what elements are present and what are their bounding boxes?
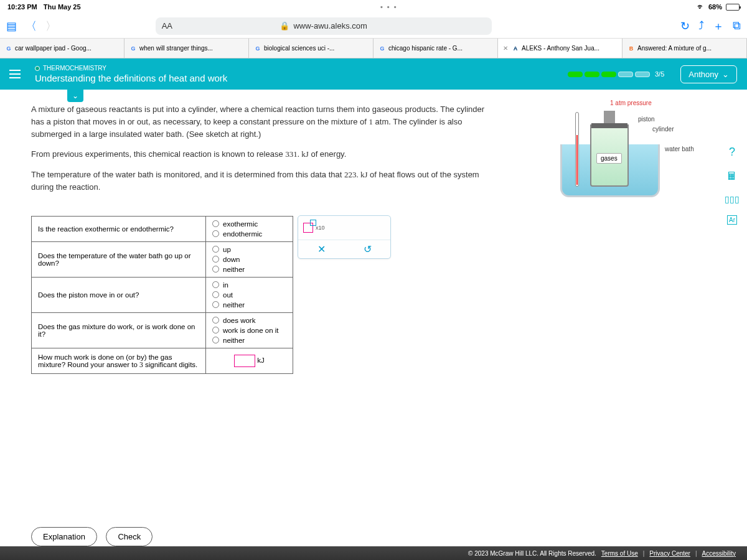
undo-button[interactable]: ↺ <box>364 243 372 255</box>
accessibility-link[interactable]: Accessibility <box>702 550 736 557</box>
expand-tab[interactable]: ⌄ <box>67 90 83 102</box>
user-menu[interactable]: Anthony⌄ <box>680 65 737 83</box>
option-label: neither <box>223 266 245 273</box>
battery-icon <box>726 4 740 11</box>
privacy-link[interactable]: Privacy Center <box>649 550 690 557</box>
wifi-icon: ᯤ <box>697 2 705 11</box>
tab-label: Answered: A mixture of g... <box>637 45 712 52</box>
explanation-button[interactable]: Explanation <box>31 527 97 546</box>
sidebar-icon[interactable]: ▤ <box>6 19 17 33</box>
browser-tab[interactable]: ✕AALEKS - Anthony San Jua... <box>498 39 622 58</box>
topic-title: Understanding the definitions of heat an… <box>35 73 560 83</box>
periodic-table-icon[interactable]: Ar <box>727 215 737 225</box>
x10-label: x10 <box>316 225 325 231</box>
progress-text: 3/5 <box>655 70 664 78</box>
copyright-text: © 2023 McGraw Hill LLC. All Rights Reser… <box>468 550 596 557</box>
radio-option[interactable]: neither <box>212 335 286 345</box>
radio-option[interactable]: neither <box>212 300 286 310</box>
answer-cell: exothermicendothermic <box>206 216 293 241</box>
browser-tab[interactable]: Gbiological sciences uci -... <box>249 39 374 58</box>
answer-cell: inoutneither <box>206 277 293 312</box>
question-cell: How much work is done on (or by) the gas… <box>32 348 206 373</box>
battery-percent: 68% <box>708 3 722 11</box>
new-tab-button[interactable]: ＋ <box>713 19 724 34</box>
tab-favicon: G <box>254 45 261 52</box>
forward-button: 〉 <box>45 19 57 34</box>
tab-label: when will stranger things... <box>139 45 213 52</box>
calculator-icon[interactable]: 🖩 <box>726 170 738 183</box>
problem-area: A mixture of gaseous reactants is put in… <box>0 90 747 529</box>
share-button[interactable]: ⤴ <box>698 19 704 32</box>
radio-icon <box>212 337 219 343</box>
gases-label: gases <box>596 153 622 164</box>
status-time: 10:23 PM <box>7 3 37 11</box>
waterbath-label: water bath <box>665 146 694 152</box>
close-tab-icon[interactable]: ✕ <box>503 45 508 52</box>
radio-option[interactable]: up <box>212 245 286 254</box>
radio-option[interactable]: down <box>212 254 286 264</box>
check-button[interactable]: Check <box>106 527 153 546</box>
answer-cell: does workwork is done on itneither <box>206 312 293 348</box>
option-label: endothermic <box>223 230 262 238</box>
browser-tab[interactable]: Gcar wallpaper ipad - Goog... <box>0 39 125 58</box>
radio-option[interactable]: work is done on it <box>212 325 286 335</box>
chart-icon[interactable]: ▯▯▯ <box>725 194 740 204</box>
cylinder-label: cylinder <box>652 126 674 133</box>
tabs-button[interactable]: ⧉ <box>733 19 741 32</box>
radio-icon <box>212 266 219 273</box>
work-input[interactable] <box>234 355 255 367</box>
browser-tab[interactable]: BAnswered: A mixture of g... <box>622 39 747 58</box>
help-icon[interactable]: ? <box>729 146 735 159</box>
question-cell: Does the gas mixture do work, or is work… <box>32 312 206 348</box>
question-cell: Does the temperature of the water bath g… <box>32 241 206 277</box>
radio-icon <box>212 220 219 227</box>
radio-icon <box>212 291 219 298</box>
url-bar[interactable]: AA 🔒 www-awu.aleks.com <box>156 17 492 35</box>
radio-option[interactable]: in <box>212 280 286 290</box>
tab-favicon: A <box>512 45 519 52</box>
back-button[interactable]: 〈 <box>26 19 37 34</box>
browser-tab[interactable]: Gchicago hispanic rate - G... <box>374 39 498 58</box>
clear-button[interactable]: ✕ <box>317 243 326 255</box>
text-size-button[interactable]: AA <box>162 21 172 30</box>
radio-icon <box>212 256 219 263</box>
option-label: work is done on it <box>223 327 279 334</box>
radio-icon <box>212 301 219 308</box>
answer-cell: kJ <box>206 348 293 373</box>
radio-option[interactable]: endothermic <box>212 229 286 239</box>
multitask-dots[interactable]: • • • <box>81 3 697 11</box>
ipad-status-bar: 10:23 PM Thu May 25 • • • ᯤ 68% <box>0 0 747 14</box>
pressure-label: 1 atm pressure <box>610 100 652 106</box>
radio-option[interactable]: does work <box>212 315 286 325</box>
action-bar: Explanation Check <box>0 527 747 546</box>
option-label: in <box>223 281 228 289</box>
status-date: Thu May 25 <box>44 3 81 11</box>
side-tool-icons: ? 🖩 ▯▯▯ Ar <box>725 146 740 225</box>
footer: © 2023 McGraw Hill LLC. All Rights Reser… <box>0 546 747 560</box>
radio-icon <box>212 281 219 288</box>
tab-label: chicago hispanic rate - G... <box>388 45 463 52</box>
radio-icon <box>212 317 219 324</box>
question-cell: Is the reaction exothermic or endothermi… <box>32 216 206 241</box>
terms-link[interactable]: Terms of Use <box>601 550 638 557</box>
option-label: exothermic <box>223 220 258 228</box>
option-label: does work <box>223 317 255 324</box>
option-label: neither <box>223 301 245 309</box>
tab-favicon: B <box>627 45 635 52</box>
lock-icon: 🔒 <box>280 21 289 30</box>
menu-button[interactable] <box>2 62 27 86</box>
radio-option[interactable]: neither <box>212 264 286 274</box>
apparatus-diagram: 1 atm pressure piston cylinder water bat… <box>542 101 722 207</box>
radio-option[interactable]: exothermic <box>212 219 286 229</box>
browser-tab[interactable]: Gwhen will stranger things... <box>125 39 249 58</box>
radio-icon <box>212 230 219 237</box>
radio-option[interactable]: out <box>212 290 286 300</box>
browser-tab-row: Gcar wallpaper ipad - Goog...Gwhen will … <box>0 39 747 58</box>
option-label: up <box>223 246 231 253</box>
exponent-tool[interactable] <box>303 223 313 233</box>
radio-icon <box>212 246 219 253</box>
option-label: out <box>223 291 233 299</box>
reload-button[interactable]: ↻ <box>680 19 690 33</box>
safari-toolbar: ▤ 〈 〉 AA 🔒 www-awu.aleks.com ↻ ⤴ ＋ ⧉ <box>0 14 747 39</box>
option-label: neither <box>223 337 245 344</box>
